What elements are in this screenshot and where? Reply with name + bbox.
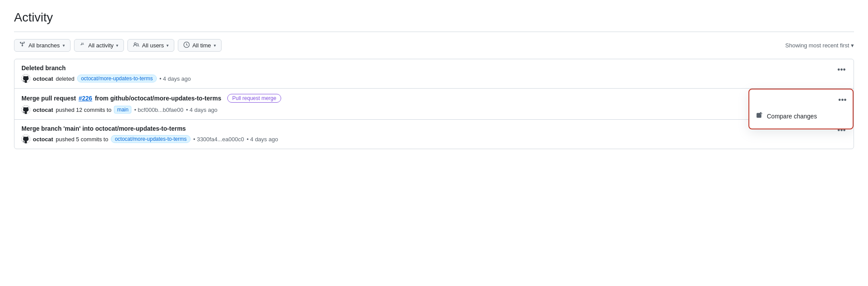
actor-name-3: octocat xyxy=(33,136,53,143)
action-text-3: pushed 5 commits to xyxy=(56,136,108,143)
compare-icon xyxy=(756,112,763,121)
branches-chevron-icon: ▾ xyxy=(63,43,65,48)
clock-icon xyxy=(183,42,190,49)
branch-tag-merge-branch[interactable]: octocat/more-updates-to-terms xyxy=(111,135,191,143)
merge-pr-suffix: from github/octocat/more-updates-to-term… xyxy=(95,95,222,102)
pr-badge: Pull request merge xyxy=(227,94,281,103)
activity-detail-deleted: octocat deleted octocat/more-updates-to-… xyxy=(21,74,847,83)
time-3: • 4 days ago xyxy=(247,136,278,143)
activity-item-deleted-branch: Deleted branch octocat deleted octocat/m… xyxy=(14,59,854,89)
commit-hash-2: • bcf000b...b0fae00 xyxy=(134,107,183,113)
activity-card: Deleted branch octocat deleted octocat/m… xyxy=(14,59,854,149)
filters-left: All branches ▾ All activity ▾ xyxy=(14,39,222,52)
users-filter-label: All users xyxy=(142,42,164,49)
branch-tag-main[interactable]: main xyxy=(114,106,131,114)
compare-changes-item[interactable]: Compare changes xyxy=(749,107,853,125)
avatar-octocat-1 xyxy=(21,74,30,83)
more-options-btn-2[interactable]: ••• xyxy=(836,95,849,106)
action-text-2: pushed 12 commits to xyxy=(56,107,111,113)
activity-type-deleted: Deleted branch xyxy=(21,64,847,72)
activity-type-merge-branch: Merge branch 'main' into octocat/more-up… xyxy=(21,125,847,132)
sort-chevron-icon: ▾ xyxy=(851,42,854,49)
activity-chevron-icon: ▾ xyxy=(116,43,118,48)
time-1: • 4 days ago xyxy=(159,75,191,82)
activity-item-merge-pr: Merge pull request #226 from github/octo… xyxy=(14,89,854,120)
actor-name-2: octocat xyxy=(33,107,53,113)
filters-row: All branches ▾ All activity ▾ xyxy=(14,39,854,52)
action-text-1: deleted xyxy=(56,75,74,82)
time-filter[interactable]: All time ▾ xyxy=(178,39,222,52)
page-title: Activity xyxy=(14,11,854,25)
time-chevron-icon: ▾ xyxy=(214,43,216,48)
more-options-btn-1[interactable]: ••• xyxy=(835,64,848,75)
popup-header: ••• xyxy=(749,93,853,107)
branch-icon xyxy=(20,42,26,49)
sort-dropdown[interactable]: Showing most recent first ▾ xyxy=(785,42,854,49)
activity-type-merge: Merge pull request #226 from github/octo… xyxy=(21,94,740,103)
compare-label: Compare changes xyxy=(767,113,817,120)
activity-item-merge-branch: Merge branch 'main' into octocat/more-up… xyxy=(14,120,854,149)
activity-detail-merge: octocat pushed 12 commits to main • bcf0… xyxy=(21,105,740,114)
avatar-octocat-3 xyxy=(21,135,30,143)
users-filter[interactable]: All users ▾ xyxy=(127,39,174,52)
activity-icon xyxy=(80,42,86,49)
avatar-octocat-2 xyxy=(21,105,30,114)
time-filter-label: All time xyxy=(192,42,211,49)
branches-filter[interactable]: All branches ▾ xyxy=(14,39,71,52)
compare-popup: ••• Compare changes xyxy=(748,89,854,129)
users-chevron-icon: ▾ xyxy=(166,43,169,48)
merge-pr-prefix: Merge pull request xyxy=(21,95,76,102)
branches-filter-label: All branches xyxy=(28,42,60,49)
actor-name-1: octocat xyxy=(33,75,53,82)
activity-filter[interactable]: All activity ▾ xyxy=(74,39,124,52)
activity-filter-label: All activity xyxy=(88,42,114,49)
section-divider xyxy=(14,32,854,32)
activity-detail-merge-branch: octocat pushed 5 commits to octocat/more… xyxy=(21,135,847,143)
time-2: • 4 days ago xyxy=(186,107,218,113)
branch-tag-deleted[interactable]: octocat/more-updates-to-terms xyxy=(77,75,157,82)
users-icon xyxy=(133,42,139,49)
commit-hash-3: • 3300fa4...ea000c0 xyxy=(193,136,244,143)
sort-label-text: Showing most recent first xyxy=(785,42,849,49)
pr-number-link[interactable]: #226 xyxy=(78,95,92,102)
